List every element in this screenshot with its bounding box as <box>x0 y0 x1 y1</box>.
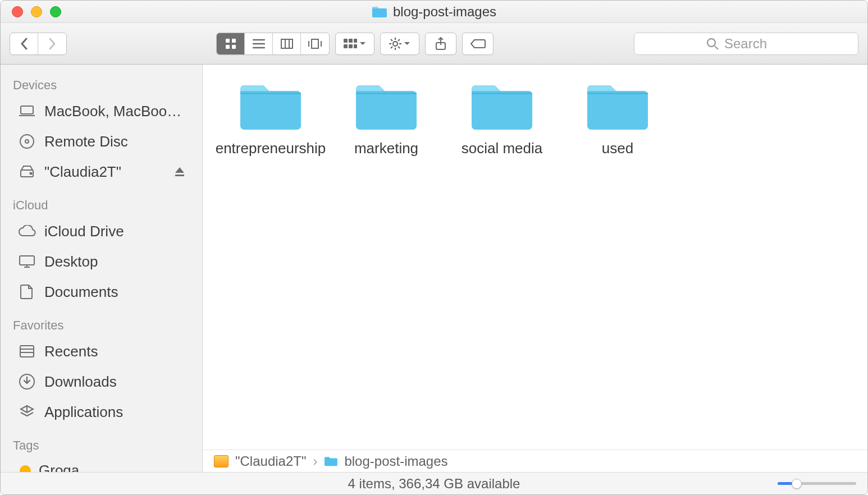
icon-grid[interactable]: entrepreneurship marketing social media <box>203 65 867 450</box>
svg-point-29 <box>707 39 715 47</box>
sidebar-item-documents[interactable]: Documents <box>1 277 202 307</box>
sidebar-item-claudia2t[interactable]: "Claudia2T" <box>1 157 202 187</box>
chevron-down-icon <box>404 42 410 46</box>
folder-icon <box>324 456 337 466</box>
sidebar-section-favorites: Favorites <box>1 307 202 336</box>
sidebar-section-devices: Devices <box>1 72 202 96</box>
back-button[interactable] <box>10 33 38 55</box>
chevron-down-icon <box>359 42 366 46</box>
slider-knob[interactable] <box>792 479 802 489</box>
download-icon <box>17 372 36 391</box>
sidebar-item-icloud-drive[interactable]: iCloud Drive <box>1 216 202 246</box>
folder-item[interactable]: entrepreneurship <box>213 80 328 157</box>
eject-button[interactable] <box>174 166 185 177</box>
view-column-button[interactable] <box>273 33 301 55</box>
path-segment[interactable]: "Claudia2T" <box>235 453 306 469</box>
sidebar-item-label: Documents <box>44 283 118 301</box>
desktop-icon <box>17 252 36 271</box>
svg-rect-31 <box>21 106 33 114</box>
svg-rect-7 <box>281 39 293 48</box>
content-area: entrepreneurship marketing social media <box>203 65 867 472</box>
sidebar-item-tag-groga[interactable]: Groga <box>1 456 202 472</box>
folder-item[interactable]: social media <box>444 80 560 157</box>
sidebar-item-macbook[interactable]: MacBook, MacBook... <box>1 96 202 126</box>
svg-rect-49 <box>587 93 648 94</box>
search-icon <box>706 38 719 50</box>
tag-icon <box>470 39 486 49</box>
window-title: blog-post-images <box>372 4 496 20</box>
sidebar-item-desktop[interactable]: Desktop <box>1 246 202 277</box>
view-icon-button[interactable] <box>217 33 245 55</box>
svg-rect-48 <box>472 93 532 94</box>
hdd-icon <box>214 455 229 467</box>
doc-icon <box>17 282 36 301</box>
share-button[interactable] <box>425 33 456 55</box>
hdd-icon <box>17 162 36 181</box>
search-input[interactable] <box>724 36 786 52</box>
svg-rect-13 <box>344 39 348 43</box>
finder-window: blog-post-images <box>0 0 868 495</box>
folder-item[interactable]: marketing <box>328 80 444 157</box>
action-dropdown[interactable] <box>380 33 419 55</box>
sidebar-section-icloud: iCloud <box>1 187 202 216</box>
svg-rect-37 <box>175 175 184 176</box>
svg-line-26 <box>391 47 392 48</box>
titlebar: blog-post-images <box>1 1 867 23</box>
svg-rect-0 <box>226 39 230 43</box>
folder-label: used <box>602 140 633 157</box>
path-segment[interactable]: blog-post-images <box>344 453 447 469</box>
gear-icon <box>389 38 401 50</box>
svg-line-27 <box>398 39 400 41</box>
view-list-button[interactable] <box>245 33 273 55</box>
sidebar-item-label: Groga <box>39 462 79 472</box>
minimize-window-button[interactable] <box>31 6 42 17</box>
svg-rect-3 <box>232 45 236 49</box>
view-gallery-button[interactable] <box>301 33 329 55</box>
sidebar-item-label: iCloud Drive <box>44 223 124 240</box>
sidebar-item-remote-disc[interactable]: Remote Disc <box>1 126 202 157</box>
laptop-icon <box>17 102 36 121</box>
folder-icon <box>353 80 420 132</box>
close-window-button[interactable] <box>12 6 23 17</box>
svg-point-33 <box>20 135 34 148</box>
sidebar-item-recents[interactable]: Recents <box>1 336 202 366</box>
svg-rect-18 <box>354 44 357 48</box>
tags-button[interactable] <box>462 33 494 55</box>
svg-point-34 <box>25 140 29 143</box>
sidebar-item-label: Desktop <box>44 253 98 271</box>
svg-line-24 <box>391 39 392 41</box>
folder-label: marketing <box>354 140 418 157</box>
svg-rect-16 <box>344 44 348 48</box>
sidebar-item-applications[interactable]: Applications <box>1 397 202 427</box>
share-icon <box>435 37 446 51</box>
svg-point-19 <box>393 42 398 46</box>
sidebar-item-label: MacBook, MacBook... <box>44 103 185 120</box>
svg-rect-14 <box>349 39 353 43</box>
svg-rect-10 <box>312 39 318 48</box>
forward-button[interactable] <box>38 33 66 55</box>
svg-rect-38 <box>20 256 34 265</box>
icon-size-slider[interactable] <box>778 482 856 485</box>
search-field[interactable] <box>634 33 858 55</box>
folder-item[interactable]: used <box>560 80 675 157</box>
recents-icon <box>17 342 36 361</box>
status-bar: 4 items, 366,34 GB available <box>1 472 867 494</box>
apps-icon <box>17 402 36 421</box>
sidebar-item-downloads[interactable]: Downloads <box>1 366 202 397</box>
zoom-window-button[interactable] <box>50 6 61 17</box>
svg-rect-15 <box>354 39 357 43</box>
cloud-icon <box>17 222 36 241</box>
svg-point-36 <box>30 173 32 175</box>
sidebar-item-label: Remote Disc <box>44 133 128 150</box>
slider-track <box>778 482 856 485</box>
svg-rect-1 <box>232 39 236 43</box>
sidebar-item-label: "Claudia2T" <box>44 163 121 181</box>
folder-label: social media <box>462 140 543 157</box>
sidebar: Devices MacBook, MacBook... Remote Disc … <box>1 65 203 472</box>
arrange-dropdown[interactable] <box>335 33 374 55</box>
folder-label: entrepreneurship <box>216 140 326 157</box>
folder-icon <box>584 80 651 132</box>
status-text: 4 items, 366,34 GB available <box>348 476 520 492</box>
svg-line-30 <box>715 46 718 49</box>
svg-rect-2 <box>226 45 230 49</box>
